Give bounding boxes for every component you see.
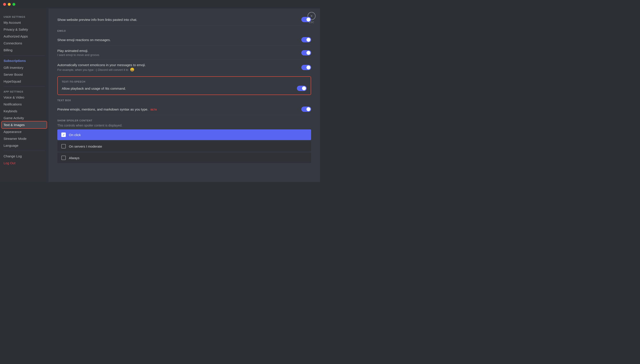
preview-emojis-row: Preview emojis, mentions, and markdown s… [57, 104, 311, 115]
sidebar-item-subscriptions[interactable]: Subscriptions [2, 57, 47, 64]
auto-convert-toggle[interactable] [301, 65, 311, 70]
show-emoji-reactions-title: Show emoji reactions on messages. [57, 38, 297, 42]
sidebar-item-streamer-mode[interactable]: Streamer Mode [2, 135, 47, 142]
sidebar-item-language[interactable]: Language [2, 142, 47, 149]
titlebar [0, 0, 320, 8]
preview-emojis-slider [301, 106, 311, 112]
preview-emojis-title-text: Preview emojis, mentions, and markdown s… [57, 108, 148, 111]
spoiler-option-on-servers[interactable]: On servers I moderate [57, 141, 311, 152]
sidebar-divider-3 [4, 151, 45, 151]
textbox-section-header: TEXT BOX [57, 99, 311, 102]
minimize-button[interactable] [8, 3, 11, 6]
show-preview-slider [301, 17, 311, 22]
preview-emojis-title: Preview emojis, mentions, and markdown s… [57, 108, 297, 111]
sidebar-item-notifications[interactable]: Notifications [2, 101, 47, 108]
user-settings-label: USER SETTINGS [2, 14, 47, 19]
play-animated-emoji-title: Play animated emoji. [57, 49, 297, 52]
show-preview-row: Show website preview info from links pas… [57, 14, 311, 26]
sidebar-item-voice-video[interactable]: Voice & Video [2, 94, 47, 101]
sidebar-item-hypesquad[interactable]: HypeSquad [2, 78, 47, 85]
auto-convert-desc-text: For example, when you type :-) Discord w… [57, 68, 128, 72]
sidebar-item-keybinds[interactable]: Keybinds [2, 108, 47, 114]
spoiler-option-on-click[interactable]: ✓ On click [57, 130, 311, 140]
checkmark-icon: ✓ [62, 133, 65, 136]
auto-convert-slider [301, 65, 311, 70]
play-animated-emoji-toggle[interactable] [301, 50, 311, 56]
show-emoji-reactions-row: Show emoji reactions on messages. [57, 34, 311, 46]
spoiler-checkbox-always [61, 156, 66, 160]
beta-badge: BETA [151, 108, 157, 111]
spoiler-always-label: Always [69, 156, 80, 160]
allow-tts-toggle[interactable] [297, 86, 307, 91]
spoiler-description: This controls when spoiler content is di… [57, 124, 311, 127]
sidebar-item-authorized-apps[interactable]: Authorized Apps [2, 33, 47, 40]
preview-emojis-toggle[interactable] [301, 106, 311, 112]
sidebar-item-appearance[interactable]: Appearance [2, 128, 47, 135]
spoiler-option-always[interactable]: Always [57, 152, 311, 163]
emoji-section-header: EMOJI [57, 30, 311, 32]
show-preview-toggle[interactable] [301, 17, 311, 22]
spoiler-on-servers-label: On servers I moderate [69, 144, 102, 148]
auto-convert-desc: For example, when you type :-) Discord w… [57, 68, 297, 72]
sidebar-item-game-activity[interactable]: Game Activity [2, 114, 47, 122]
sidebar-item-billing[interactable]: Billing [2, 46, 47, 54]
main-content: ✕ ESC Show website preview info from lin… [49, 8, 320, 182]
show-preview-title: Show website preview info from links pas… [57, 18, 297, 22]
sidebar-item-server-boost[interactable]: Server Boost [2, 71, 47, 78]
sidebar-item-my-account[interactable]: My Account [2, 19, 47, 26]
sidebar-divider-1 [4, 55, 45, 56]
sidebar-item-change-log[interactable]: Change Log [2, 153, 47, 160]
app-settings-label: APP SETTINGS [2, 88, 47, 94]
maximize-button[interactable] [13, 3, 15, 6]
sidebar: USER SETTINGS My Account Privacy & Safet… [0, 8, 49, 182]
spoiler-checkbox-on-servers [61, 144, 66, 148]
tts-highlighted-box: TEXT-TO-SPEECH Allow playback and usage … [57, 76, 311, 95]
app: USER SETTINGS My Account Privacy & Safet… [0, 8, 320, 182]
allow-tts-row: Allow playback and usage of /tts command… [62, 85, 307, 91]
play-animated-emoji-slider [301, 50, 311, 56]
auto-convert-info: Automatically convert emoticons in your … [57, 63, 301, 72]
show-emoji-reactions-info: Show emoji reactions on messages. [57, 38, 301, 42]
auto-convert-row: Automatically convert emoticons in your … [57, 60, 311, 75]
emoticon-emoji: 😀 [130, 68, 134, 72]
spoiler-checkbox-on-click: ✓ [61, 132, 66, 137]
show-preview-info: Show website preview info from links pas… [57, 18, 301, 22]
sidebar-item-text-images[interactable]: Text & Images [2, 122, 47, 128]
spoiler-section-header: SHOW SPOILER CONTENT [57, 119, 311, 122]
tts-section-header: TEXT-TO-SPEECH [62, 80, 307, 83]
sidebar-item-connections[interactable]: Connections [2, 40, 47, 46]
sidebar-item-log-out[interactable]: Log Out [2, 160, 47, 166]
close-button[interactable] [3, 3, 6, 6]
play-animated-emoji-row: Play animated emoji. I want emoji to mov… [57, 46, 311, 60]
show-emoji-reactions-slider [301, 37, 311, 42]
sidebar-item-privacy-safety[interactable]: Privacy & Safety [2, 26, 47, 33]
allow-tts-title: Allow playback and usage of /tts command… [62, 86, 292, 90]
allow-tts-info: Allow playback and usage of /tts command… [62, 86, 297, 90]
preview-emojis-info: Preview emojis, mentions, and markdown s… [57, 108, 301, 111]
sidebar-divider-2 [4, 86, 45, 87]
auto-convert-title: Automatically convert emoticons in your … [57, 63, 297, 67]
play-animated-emoji-info: Play animated emoji. I want emoji to mov… [57, 49, 301, 56]
allow-tts-slider [297, 86, 307, 91]
sidebar-item-gift-inventory[interactable]: Gift Inventory [2, 64, 47, 71]
play-animated-emoji-desc: I want emoji to move and groove. [57, 53, 297, 56]
spoiler-on-click-label: On click [69, 133, 81, 137]
spoiler-options-list: ✓ On click On servers I moderate Always [57, 130, 311, 163]
show-emoji-reactions-toggle[interactable] [301, 37, 311, 42]
